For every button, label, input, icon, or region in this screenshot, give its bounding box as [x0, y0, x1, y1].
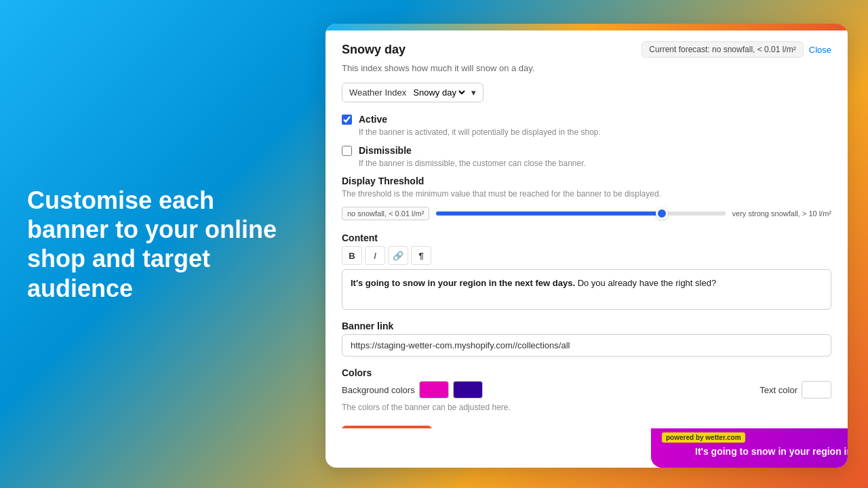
panel-header: Snowy day Current forecast: no snowfall,… [342, 41, 831, 58]
paragraph-button[interactable]: ¶ [411, 246, 431, 265]
colors-title: Colors [342, 367, 831, 378]
slider-label-right: very strong snowfall, > 10 l/m² [732, 209, 831, 218]
dismissible-label[interactable]: Dismissible [359, 145, 412, 156]
dismissible-checkbox-row: Dismissible If the banner is dismissible… [342, 144, 831, 169]
display-threshold-desc: The threshold is the minimum value that … [342, 189, 831, 199]
bold-button[interactable]: B [342, 246, 362, 265]
slider-fill [436, 211, 661, 216]
slider-thumb[interactable] [656, 207, 668, 220]
close-button[interactable]: Close [809, 45, 831, 55]
content-section: Content B I 🔗 ¶ It's going to snow in yo… [342, 232, 831, 310]
chevron-down-icon: ▾ [471, 87, 476, 98]
background-colors-group: Background colors [342, 381, 483, 399]
slider-track[interactable] [436, 211, 725, 216]
panel-title: Snowy day [342, 43, 406, 57]
text-color-swatch[interactable] [802, 381, 831, 399]
panel-content: Snowy day Current forecast: no snowfall,… [326, 30, 848, 428]
slider-label-left: no snowfall, < 0.01 l/m² [342, 207, 429, 220]
banner-link-section: Banner link [342, 321, 831, 357]
headline-text: Customise each banner to your online sho… [27, 186, 277, 302]
forecast-badge: Current forecast: no snowfall, < 0.01 l/… [642, 41, 803, 58]
panel-topbar [326, 24, 848, 30]
banner-link-input[interactable] [342, 334, 831, 357]
left-headline: Customise each banner to your online sho… [27, 186, 292, 303]
background-colors-label: Background colors [342, 385, 415, 395]
weather-index-select-wrapper[interactable]: Weather Index Snowy day ▾ [342, 83, 484, 102]
weather-index-select[interactable]: Snowy day [410, 87, 467, 98]
content-toolbar: B I 🔗 ¶ [342, 246, 831, 265]
weather-index-label: Weather Index [349, 87, 406, 98]
text-color-label: Text color [760, 385, 797, 395]
text-color-group: Text color [760, 381, 831, 399]
active-checkbox-row: Active If the banner is activated, it wi… [342, 113, 831, 138]
active-desc: If the banner is activated, it will pote… [359, 127, 601, 137]
active-label[interactable]: Active [359, 114, 387, 125]
forecast-text: Current forecast: no snowfall, < 0.01 l/… [649, 45, 795, 54]
italic-button[interactable]: I [365, 246, 385, 265]
content-bold-text: It's going to snow in your region in the… [351, 278, 575, 288]
slider-row: no snowfall, < 0.01 l/m² very strong sno… [342, 207, 831, 220]
active-checkbox[interactable] [342, 115, 352, 125]
dismissible-desc: If the banner is dismissible, the custom… [359, 159, 586, 168]
panel-subtitle: This index shows how much it will snow o… [342, 63, 831, 73]
main-panel: Snowy day Current forecast: no snowfall,… [326, 24, 848, 468]
colors-section: Colors Background colors Text color The … [342, 367, 831, 412]
content-title: Content [342, 232, 831, 243]
link-button[interactable]: 🔗 [388, 246, 408, 265]
dismissible-checkbox[interactable] [342, 146, 352, 156]
content-editor[interactable]: It's going to snow in your region in the… [342, 269, 831, 310]
bg-color-1-swatch[interactable] [419, 381, 449, 399]
bg-color-2-swatch[interactable] [453, 381, 483, 399]
banner-link-title: Banner link [342, 321, 831, 331]
powered-by-badge: powered by wetter.com [662, 432, 745, 443]
delete-banner-button[interactable]: Delete banner [342, 426, 432, 428]
display-threshold-title: Display Threshold [342, 176, 831, 186]
banner-preview-bold: It's going to snow in your region in the… [695, 446, 848, 457]
colors-row: Background colors Text color [342, 381, 831, 399]
display-threshold-section: Display Threshold The threshold is the m… [342, 176, 831, 199]
colors-desc: The colors of the banner can be adjusted… [342, 403, 831, 412]
content-regular-text: Do you already have the right sled? [578, 278, 717, 288]
banner-preview: powered by wetter.com It's going to snow… [651, 428, 848, 468]
